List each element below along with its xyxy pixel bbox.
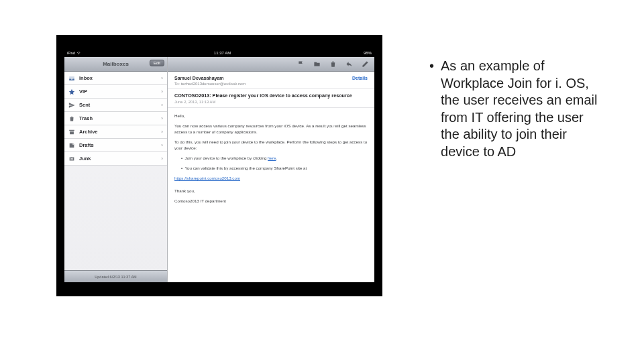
drafts-icon [68,142,75,149]
message-header: Samuel Devasahayam Details To: teched201… [168,72,374,89]
message-to: To: teched2013demouser@outlook.com [174,82,368,86]
message-subject-block: CONTOSO2013: Please register your iOS de… [168,89,374,108]
mailbox-archive[interactable]: Archive › [64,125,167,139]
message-subject: CONTOSO2013: Please register your iOS de… [174,93,368,99]
status-battery: 98% [364,51,372,55]
mailbox-junk[interactable]: Junk › [64,152,167,166]
slide-bullet-text: • As an example of Workplace Join for i.… [429,58,604,161]
inbox-icon [68,75,75,82]
message-pane: Samuel Devasahayam Details To: teched201… [168,57,374,282]
archive-icon [68,129,75,135]
body-signoff1: Thank you, [174,188,368,194]
body-greeting: Hello, [174,113,368,119]
folder-icon[interactable] [313,60,321,68]
message-body: Hello, You can now access various compan… [168,108,374,214]
message-toolbar [168,57,374,72]
junk-icon [68,156,75,162]
body-step1: • Join your device to the workplace by c… [174,156,368,162]
status-time: 11:37 AM [214,51,231,55]
status-device: iPad [67,51,75,55]
chevron-right-icon: › [161,156,163,162]
chevron-right-icon: › [161,129,163,135]
chevron-right-icon: › [161,102,163,108]
chevron-right-icon: › [161,142,163,148]
star-icon [68,88,75,95]
wifi-icon: ᯤ [77,51,81,55]
trash-icon [68,115,75,122]
mailbox-vip[interactable]: VIP › [64,85,167,99]
flag-icon[interactable] [297,60,305,68]
mailbox-label: Inbox [79,75,93,81]
chevron-right-icon: › [161,115,163,121]
mailboxes-sidebar: Mailboxes Edit Inbox › [64,57,168,282]
trash-icon[interactable] [329,60,337,68]
bullet-content: As an example of Workplace Join for i. O… [441,58,604,161]
ipad-screen: iPad ᯤ 11:37 AM 98% Mailboxes Edit [64,49,374,282]
reply-icon[interactable] [345,60,353,68]
mailbox-label: VIP [79,88,87,95]
mailbox-label: Trash [79,115,93,121]
body-para1: You can now access various company resou… [174,123,368,135]
mailbox-drafts[interactable]: Drafts › [64,139,167,152]
sidebar-header: Mailboxes Edit [64,57,167,72]
mailbox-label: Sent [79,102,90,108]
mail-app: Mailboxes Edit Inbox › [64,57,374,282]
body-para2: To do this, you will need to join your d… [174,139,368,152]
mailbox-label: Junk [79,156,91,162]
mailbox-trash[interactable]: Trash › [64,112,167,125]
message-date: June 2, 2013, 11:13 AM [174,100,368,104]
mailbox-sent[interactable]: Sent › [64,99,167,112]
mailbox-label: Drafts [79,142,94,148]
sent-icon [68,102,75,109]
sharepoint-link[interactable]: https://sharepoint.contoso2013.com [174,176,240,180]
message-from[interactable]: Samuel Devasahayam [174,76,224,80]
sidebar-title: Mailboxes [103,61,129,67]
chevron-right-icon: › [161,88,163,95]
bullet-dot-icon: • [429,58,434,161]
body-signoff2: Contoso2013 IT department [174,198,368,204]
sidebar-footer: Updated 6/2/13 11:37 AM [64,270,167,282]
device-frame: iPad ᯤ 11:37 AM 98% Mailboxes Edit [56,35,382,296]
mailbox-list: Inbox › VIP › [64,72,167,270]
chevron-right-icon: › [161,75,163,81]
details-link[interactable]: Details [352,76,368,80]
status-bar: iPad ᯤ 11:37 AM 98% [64,49,374,57]
join-here-link[interactable]: here [268,156,276,160]
mailbox-inbox[interactable]: Inbox › [64,72,167,85]
edit-button[interactable]: Edit [150,60,164,66]
mailbox-label: Archive [79,129,98,135]
body-step2: • You can validate this by accessing the… [174,166,368,172]
compose-icon[interactable] [361,60,369,68]
